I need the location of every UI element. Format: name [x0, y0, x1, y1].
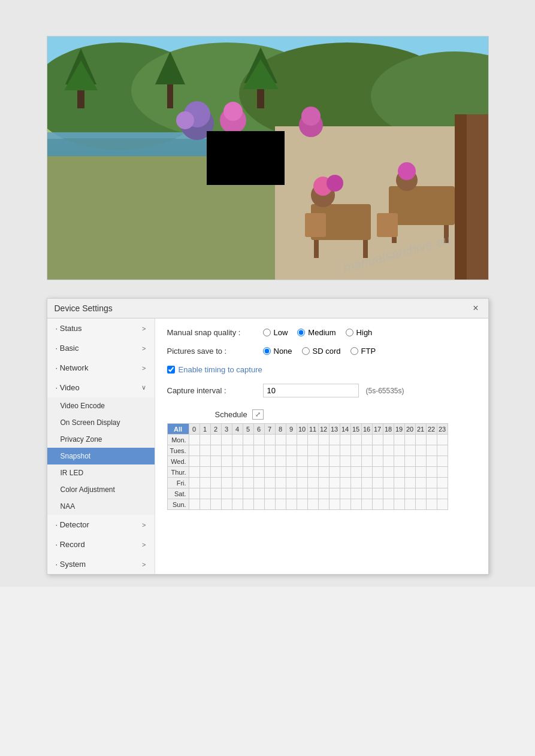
time-cell-4-21[interactable] [415, 478, 426, 488]
time-cell-6-11[interactable] [307, 499, 318, 510]
time-cell-2-10[interactable] [297, 456, 307, 467]
time-cell-0-23[interactable] [437, 435, 448, 445]
time-cell-3-21[interactable] [415, 467, 426, 478]
sidebar-item-detector[interactable]: · Detector > [47, 515, 155, 535]
time-cell-3-8[interactable] [275, 467, 286, 478]
sidebar-item-color-adjustment[interactable]: Color Adjustment [47, 481, 155, 498]
time-cell-0-5[interactable] [243, 435, 253, 445]
time-cell-4-2[interactable] [210, 478, 221, 488]
time-cell-6-21[interactable] [415, 499, 426, 510]
time-cell-1-22[interactable] [426, 445, 437, 456]
time-cell-4-8[interactable] [275, 478, 286, 488]
save-none-radio[interactable] [263, 347, 271, 355]
time-cell-4-12[interactable] [318, 478, 329, 488]
time-cell-1-15[interactable] [350, 445, 361, 456]
time-cell-5-1[interactable] [200, 488, 210, 499]
time-cell-3-22[interactable] [426, 467, 437, 478]
time-cell-5-4[interactable] [232, 488, 243, 499]
time-cell-1-10[interactable] [297, 445, 307, 456]
time-cell-4-17[interactable] [372, 478, 383, 488]
time-cell-3-17[interactable] [372, 467, 383, 478]
time-cell-3-0[interactable] [189, 467, 200, 478]
time-cell-5-2[interactable] [210, 488, 221, 499]
time-cell-5-21[interactable] [415, 488, 426, 499]
time-cell-0-15[interactable] [350, 435, 361, 445]
snap-high-option[interactable]: High [346, 328, 373, 337]
time-cell-2-21[interactable] [415, 456, 426, 467]
time-cell-5-20[interactable] [404, 488, 415, 499]
time-cell-5-9[interactable] [286, 488, 297, 499]
time-cell-0-0[interactable] [189, 435, 200, 445]
time-cell-2-19[interactable] [394, 456, 404, 467]
time-cell-3-20[interactable] [404, 467, 415, 478]
time-cell-0-18[interactable] [383, 435, 394, 445]
save-ftp-radio[interactable] [350, 347, 358, 355]
time-cell-3-13[interactable] [329, 467, 340, 478]
time-cell-0-13[interactable] [329, 435, 340, 445]
time-cell-1-4[interactable] [232, 445, 243, 456]
time-cell-3-11[interactable] [307, 467, 318, 478]
time-cell-4-10[interactable] [297, 478, 307, 488]
time-cell-6-17[interactable] [372, 499, 383, 510]
time-cell-5-10[interactable] [297, 488, 307, 499]
time-cell-6-19[interactable] [394, 499, 404, 510]
time-cell-4-11[interactable] [307, 478, 318, 488]
time-cell-3-2[interactable] [210, 467, 221, 478]
time-cell-3-23[interactable] [437, 467, 448, 478]
time-cell-1-23[interactable] [437, 445, 448, 456]
time-cell-4-3[interactable] [221, 478, 232, 488]
time-cell-1-2[interactable] [210, 445, 221, 456]
time-cell-2-1[interactable] [200, 456, 210, 467]
sidebar-item-privacy-zone[interactable]: Privacy Zone [47, 431, 155, 448]
time-cell-0-4[interactable] [232, 435, 243, 445]
time-cell-2-16[interactable] [361, 456, 372, 467]
snap-medium-option[interactable]: Medium [297, 328, 335, 337]
time-cell-6-8[interactable] [275, 499, 286, 510]
save-none-option[interactable]: None [263, 347, 292, 356]
time-cell-0-17[interactable] [372, 435, 383, 445]
time-cell-1-12[interactable] [318, 445, 329, 456]
time-cell-5-5[interactable] [243, 488, 253, 499]
time-cell-5-16[interactable] [361, 488, 372, 499]
time-cell-0-11[interactable] [307, 435, 318, 445]
time-cell-3-10[interactable] [297, 467, 307, 478]
save-ftp-option[interactable]: FTP [350, 347, 376, 356]
time-cell-4-4[interactable] [232, 478, 243, 488]
schedule-expand-button[interactable]: ⤢ [252, 409, 264, 420]
time-cell-6-6[interactable] [253, 499, 264, 510]
time-cell-5-13[interactable] [329, 488, 340, 499]
time-cell-5-6[interactable] [253, 488, 264, 499]
sidebar-item-ir-led[interactable]: IR LED [47, 464, 155, 481]
time-cell-4-19[interactable] [394, 478, 404, 488]
enable-timing-checkbox[interactable] [167, 366, 175, 374]
time-cell-5-7[interactable] [264, 488, 275, 499]
time-cell-2-11[interactable] [307, 456, 318, 467]
time-cell-2-23[interactable] [437, 456, 448, 467]
time-cell-1-9[interactable] [286, 445, 297, 456]
time-cell-3-5[interactable] [243, 467, 253, 478]
time-cell-2-14[interactable] [340, 456, 350, 467]
time-cell-5-22[interactable] [426, 488, 437, 499]
sidebar-item-network[interactable]: · Network > [47, 358, 155, 378]
time-cell-5-3[interactable] [221, 488, 232, 499]
time-cell-1-21[interactable] [415, 445, 426, 456]
time-cell-2-0[interactable] [189, 456, 200, 467]
sidebar-item-on-screen-display[interactable]: On Screen Display [47, 414, 155, 431]
time-cell-2-15[interactable] [350, 456, 361, 467]
time-cell-6-0[interactable] [189, 499, 200, 510]
time-cell-6-18[interactable] [383, 499, 394, 510]
time-cell-3-6[interactable] [253, 467, 264, 478]
time-cell-1-0[interactable] [189, 445, 200, 456]
time-cell-3-7[interactable] [264, 467, 275, 478]
time-cell-1-16[interactable] [361, 445, 372, 456]
time-cell-4-20[interactable] [404, 478, 415, 488]
time-cell-6-5[interactable] [243, 499, 253, 510]
time-cell-1-8[interactable] [275, 445, 286, 456]
sidebar-item-basic[interactable]: · Basic > [47, 338, 155, 358]
time-cell-2-12[interactable] [318, 456, 329, 467]
time-cell-6-23[interactable] [437, 499, 448, 510]
time-cell-6-2[interactable] [210, 499, 221, 510]
time-cell-0-8[interactable] [275, 435, 286, 445]
time-cell-4-0[interactable] [189, 478, 200, 488]
time-cell-1-3[interactable] [221, 445, 232, 456]
